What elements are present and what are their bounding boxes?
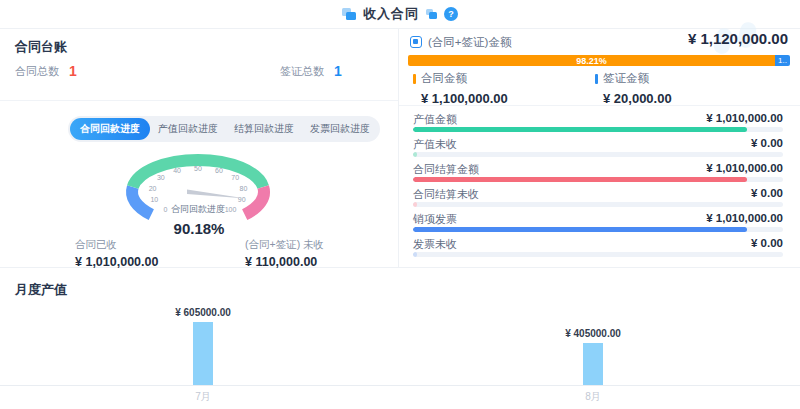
metric-label: 销项发票: [413, 212, 457, 227]
bar-group-august: ¥ 405000.00: [533, 328, 653, 385]
metric-track: [413, 227, 783, 232]
metric-row-settlement-amount: 合同结算金额 ¥ 1,010,000.00: [413, 162, 786, 187]
metric-fill: [413, 227, 747, 232]
x-tick-july: 7月: [143, 390, 263, 404]
contract-ratio-segment: 98.21%: [408, 55, 775, 66]
bar-august[interactable]: [583, 343, 603, 385]
progress-tab-group: 合同回款进度 产值回款进度 结算回款进度 发票回款进度: [68, 116, 380, 142]
metric-track: [413, 202, 783, 207]
document-small-icon: [426, 9, 437, 19]
svg-text:100: 100: [225, 206, 237, 213]
unreceived-label: (合同+签证) 未收: [245, 238, 324, 252]
page-title: 收入合同: [363, 5, 419, 23]
tab-invoice-payment-progress[interactable]: 发票回款进度: [302, 119, 378, 139]
svg-text:20: 20: [149, 185, 157, 192]
bar-value-label: ¥ 405000.00: [565, 328, 621, 339]
contract-amount-legend: 合同金额 ¥ 1,100,000.00: [413, 71, 508, 106]
help-icon[interactable]: ?: [444, 7, 458, 21]
metric-fill: [413, 202, 417, 207]
metric-label: 合同结算未收: [413, 187, 479, 202]
gauge-percent: 90.18%: [0, 220, 398, 237]
visa-legend-marker: [595, 74, 598, 84]
bar-group-july: ¥ 605000.00: [143, 307, 263, 385]
visa-amount-legend: 签证金额 ¥ 20,000.00: [595, 71, 672, 106]
contract-visa-stacked-bar: 98.21% 1..: [408, 55, 790, 66]
metric-value: ¥ 0.00: [751, 237, 783, 249]
metric-value: ¥ 1,010,000.00: [706, 112, 783, 124]
metric-row-output-amount: 产值金额 ¥ 1,010,000.00: [413, 112, 786, 137]
income-contract-dashboard: 收入合同 ? 合同台账 合同总数 1 签证总数 1 合同回款进度 产值回款进度 …: [0, 0, 800, 409]
metric-track: [413, 252, 783, 257]
contract-amount-label: 合同金额: [421, 71, 467, 86]
metric-row-invoice-unreceived: 发票未收 ¥ 0.00: [413, 237, 786, 262]
received-label: 合同已收: [75, 238, 158, 252]
gauge-segment-high: [245, 187, 264, 215]
bar-value-label: ¥ 605000.00: [175, 307, 231, 318]
tab-contract-payment-progress[interactable]: 合同回款进度: [70, 118, 150, 140]
metric-track: [413, 127, 783, 132]
metric-fill: [413, 152, 417, 157]
gauge-chart: 0102030405060708090100 合同回款进度: [98, 146, 298, 224]
unreceived-stat: (合同+签证) 未收 ¥ 110,000.00: [245, 238, 324, 269]
ledger-divider: [0, 100, 398, 101]
tab-output-payment-progress[interactable]: 产值回款进度: [150, 119, 226, 139]
visa-count-stat: 签证总数 1: [280, 63, 342, 79]
x-tick-august: 8月: [533, 390, 653, 404]
metric-value: ¥ 1,010,000.00: [706, 212, 783, 224]
metric-fill: [413, 177, 747, 182]
page-header: 收入合同 ?: [0, 0, 800, 28]
svg-text:0: 0: [164, 206, 168, 213]
metric-fill: [413, 252, 417, 257]
svg-text:10: 10: [150, 196, 158, 203]
metric-label: 发票未收: [413, 237, 457, 252]
svg-text:50: 50: [194, 165, 202, 172]
contract-amount-value: ¥ 1,100,000.00: [421, 91, 508, 106]
contract-count-value: 1: [69, 63, 77, 79]
summary-title: (合同+签证)金额: [428, 35, 511, 50]
metric-track: [413, 152, 783, 157]
metric-label: 产值金额: [413, 112, 457, 127]
svg-text:40: 40: [173, 167, 181, 174]
unreceived-value: ¥ 110,000.00: [245, 255, 324, 269]
svg-text:60: 60: [215, 167, 223, 174]
svg-text:80: 80: [240, 185, 248, 192]
metric-fill: [413, 127, 747, 132]
ledger-title: 合同台账: [15, 38, 67, 56]
document-icon: [342, 8, 356, 20]
metric-value: ¥ 0.00: [751, 137, 783, 149]
metric-track: [413, 177, 783, 182]
monthly-output-title: 月度产值: [15, 281, 67, 299]
visa-count-label: 签证总数: [280, 64, 324, 79]
metric-row-output-unreceived: 产值未收 ¥ 0.00: [413, 137, 786, 162]
vertical-divider: [398, 28, 399, 268]
received-stat: 合同已收 ¥ 1,010,000.00: [75, 238, 158, 269]
bar-july[interactable]: [193, 322, 213, 385]
visa-amount-label: 签证金额: [603, 71, 649, 86]
visa-amount-value: ¥ 20,000.00: [603, 91, 672, 106]
contract-amount-icon: [410, 36, 422, 48]
metric-value: ¥ 0.00: [751, 187, 783, 199]
visa-ratio-segment: 1..: [775, 55, 790, 66]
visa-count-value: 1: [334, 63, 342, 79]
svg-text:30: 30: [157, 174, 165, 181]
contract-legend-marker: [413, 74, 416, 84]
metric-row-output-invoice: 销项发票 ¥ 1,010,000.00: [413, 212, 786, 237]
metric-value: ¥ 1,010,000.00: [706, 162, 783, 174]
gauge-title: 合同回款进度: [171, 204, 225, 214]
metric-label: 合同结算金额: [413, 162, 479, 177]
svg-text:90: 90: [238, 196, 246, 203]
tab-settlement-payment-progress[interactable]: 结算回款进度: [226, 119, 302, 139]
x-axis-line: [0, 385, 800, 386]
received-value: ¥ 1,010,000.00: [75, 255, 158, 269]
metric-label: 产值未收: [413, 137, 457, 152]
summary-total-value: ¥ 1,120,000.00: [688, 30, 788, 47]
metric-row-settlement-unreceived: 合同结算未收 ¥ 0.00: [413, 187, 786, 212]
svg-text:70: 70: [231, 174, 239, 181]
contract-count-stat: 合同总数 1: [15, 63, 77, 79]
contract-count-label: 合同总数: [15, 64, 59, 79]
